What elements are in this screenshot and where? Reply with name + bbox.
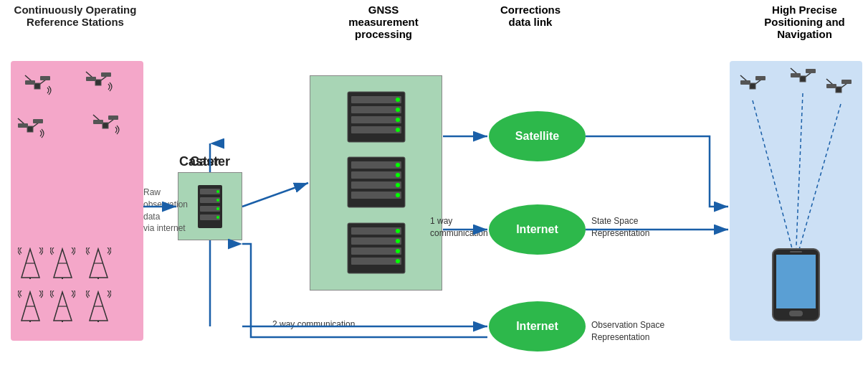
svg-point-51	[396, 108, 400, 112]
svg-rect-50	[351, 106, 401, 113]
svg-point-60	[396, 173, 400, 177]
svg-point-67	[396, 229, 400, 233]
tower-icon-2	[50, 247, 75, 280]
internet-oval-top: Internet	[489, 204, 586, 255]
svg-rect-66	[351, 227, 401, 235]
svg-line-100	[242, 183, 308, 207]
svg-rect-63	[351, 192, 401, 199]
svg-line-89	[753, 100, 796, 262]
tower-icon-6	[86, 291, 111, 323]
svg-rect-3	[25, 80, 35, 85]
svg-rect-68	[351, 237, 401, 245]
raw-data-label: Rawobservationdatavia internet	[143, 187, 188, 235]
svg-rect-12	[27, 126, 33, 132]
caster-title: Caster	[179, 154, 219, 169]
server-rack-icon-2	[344, 156, 409, 209]
col2-header: GNSSmeasurementprocessing	[315, 4, 452, 40]
col1-header: Continuously Operating Reference Station…	[0, 4, 151, 28]
svg-point-64	[396, 193, 400, 197]
tower-icon-3	[86, 247, 111, 280]
svg-point-42	[216, 199, 219, 202]
svg-point-73	[396, 259, 400, 263]
svg-point-46	[216, 216, 219, 219]
server-cluster-box	[310, 75, 442, 291]
server-rack-icon-3	[344, 222, 409, 275]
osr-label: Observation SpaceRepresentation	[591, 319, 664, 344]
svg-rect-72	[351, 258, 401, 265]
svg-point-58	[396, 163, 400, 167]
svg-point-40	[216, 190, 219, 193]
phone-icon	[769, 247, 823, 323]
satellite-icon-2	[82, 68, 115, 97]
svg-rect-4	[40, 76, 50, 80]
svg-rect-13	[18, 123, 28, 128]
svg-rect-19	[108, 115, 118, 120]
svg-point-49	[396, 98, 400, 102]
svg-rect-48	[351, 96, 401, 103]
svg-rect-2	[34, 83, 40, 89]
svg-rect-9	[101, 72, 111, 77]
internet-oval-bottom: Internet	[489, 301, 586, 352]
one-way-label: 1 waycommunication	[430, 215, 488, 240]
svg-point-53	[396, 118, 400, 122]
tower-icon-5	[50, 291, 75, 323]
pink-reference-box	[11, 61, 143, 341]
server-rack-icon-1	[344, 90, 409, 144]
col3-header: Correctionsdata link	[473, 4, 588, 28]
svg-rect-57	[351, 161, 401, 169]
svg-point-69	[396, 239, 400, 243]
tower-icon-4	[18, 291, 43, 323]
svg-rect-8	[86, 77, 96, 81]
svg-rect-61	[351, 181, 401, 189]
two-way-label: 2 way communication	[272, 319, 355, 329]
svg-rect-59	[351, 171, 401, 179]
svg-rect-94	[789, 311, 803, 316]
svg-rect-17	[102, 123, 108, 128]
svg-line-90	[796, 93, 803, 262]
svg-point-55	[396, 128, 400, 132]
svg-rect-93	[776, 255, 816, 308]
svg-rect-18	[93, 120, 103, 124]
col4-header: High PrecisePositioning andNavigation	[745, 4, 864, 40]
satellite-icon-3	[14, 115, 47, 143]
svg-point-44	[216, 207, 219, 210]
satellite-icon-4	[90, 111, 122, 140]
svg-rect-14	[33, 119, 43, 123]
svg-rect-7	[95, 80, 101, 85]
caster-server-icon	[192, 181, 228, 232]
svg-rect-54	[351, 126, 401, 133]
svg-point-71	[396, 249, 400, 253]
tower-icon-1	[18, 247, 43, 280]
svg-rect-52	[351, 116, 401, 123]
diagram: Continuously Operating Reference Station…	[0, 0, 868, 368]
svg-line-91	[796, 104, 841, 262]
satellite-icon-1	[22, 72, 54, 100]
svg-rect-70	[351, 247, 401, 255]
ssr-label: State SpaceRepresentation	[591, 215, 649, 240]
high-precise-box	[730, 61, 862, 341]
satellite-oval: Satellite	[489, 111, 586, 161]
svg-point-62	[396, 183, 400, 187]
